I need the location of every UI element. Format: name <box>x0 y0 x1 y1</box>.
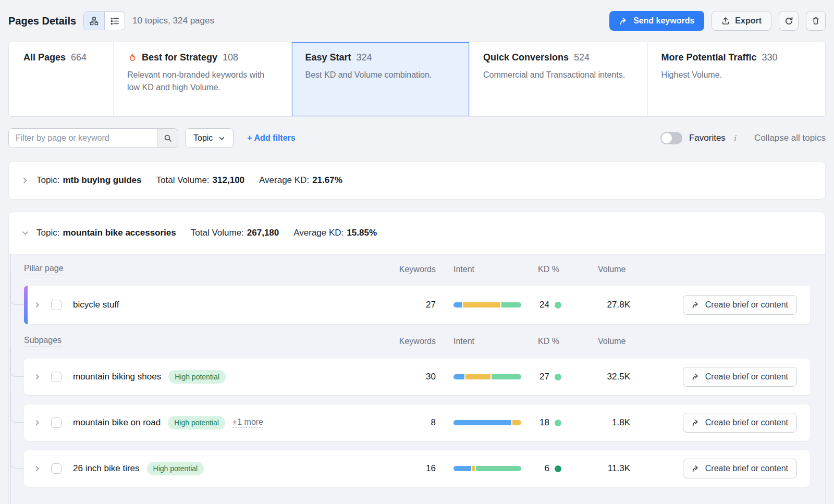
keywords-count: 16 <box>394 463 436 474</box>
row-checkbox[interactable] <box>51 417 62 428</box>
collapse-all-topics-button[interactable]: Collapse all topics <box>754 133 826 143</box>
topic-average-kd: 21.67% <box>312 175 342 186</box>
column-header-kd: KD % <box>521 265 571 274</box>
more-badges-link[interactable]: +1 more <box>232 417 263 428</box>
row-checkbox[interactable] <box>51 463 62 474</box>
trash-icon <box>812 17 820 25</box>
topic-total-volume: 312,100 <box>213 175 244 186</box>
tab-best-for-strategy[interactable]: Best for Strategy 108 Relevant non-brand… <box>113 42 291 116</box>
subpage-row: mountain biking shoes High potential 30 … <box>24 359 810 395</box>
intent-bar <box>453 302 521 308</box>
topic-row-mountain-bike-accessories[interactable]: Topic: mountain bike accessories Total V… <box>9 212 825 254</box>
row-expand-chevron-icon[interactable] <box>32 299 43 311</box>
row-expand-chevron-icon[interactable] <box>32 371 43 383</box>
create-brief-button[interactable]: Create brief or content <box>683 459 797 478</box>
favorites-toggle[interactable] <box>660 132 682 144</box>
subpages-header-row: Subpages Keywords Intent KD % Volume <box>24 334 810 349</box>
keywords-count: 8 <box>394 417 436 428</box>
refresh-button[interactable] <box>779 11 799 31</box>
send-arrow-icon <box>619 17 628 26</box>
pillar-page-label: Pillar page <box>24 264 64 275</box>
info-icon[interactable]: i <box>732 133 737 143</box>
send-arrow-icon <box>692 301 700 309</box>
topic-name: mtb buying guides <box>63 175 141 186</box>
search-button[interactable] <box>157 129 178 147</box>
search-icon <box>164 134 172 142</box>
volume-value: 27.8K <box>571 300 644 310</box>
tab-easy-start[interactable]: Easy Start 324 Best KD and Volume combin… <box>291 42 470 116</box>
volume-value: 1.8K <box>571 417 644 428</box>
tree-view-button[interactable] <box>84 12 104 30</box>
row-expand-chevron-icon[interactable] <box>32 417 43 428</box>
topic-average-kd: 15.85% <box>347 228 377 238</box>
page-title: Pages Details <box>8 15 76 27</box>
list-view-button[interactable] <box>104 12 125 30</box>
create-brief-button[interactable]: Create brief or content <box>683 413 797 433</box>
pillar-gradient-bar <box>24 286 28 324</box>
row-checkbox[interactable] <box>51 300 62 310</box>
pillar-page-row: bicycle stuff 27 24 27.8K Create brief o… <box>24 286 810 324</box>
create-brief-button[interactable]: Create brief or content <box>683 367 797 387</box>
delete-button[interactable] <box>806 11 826 31</box>
flame-icon <box>127 53 137 63</box>
topic-filter-dropdown[interactable]: Topic <box>185 128 234 148</box>
high-potential-badge: High potential <box>147 462 204 475</box>
sitemap-icon <box>90 17 99 26</box>
kd-value: 24 <box>538 300 549 310</box>
keywords-count: 27 <box>394 300 436 310</box>
topic-name: mountain bike accessories <box>63 228 176 238</box>
high-potential-badge: High potential <box>168 370 226 384</box>
column-header-keywords: Keywords <box>394 337 436 346</box>
chevron-down-icon <box>218 135 225 142</box>
chevron-down-icon[interactable] <box>21 229 30 237</box>
tab-all-pages[interactable]: All Pages 664 <box>9 42 113 116</box>
column-header-kd: KD % <box>521 337 571 346</box>
column-header-keywords: Keywords <box>394 265 436 274</box>
send-keywords-button[interactable]: Send keywords <box>609 11 704 31</box>
row-checkbox[interactable] <box>51 372 62 382</box>
column-header-volume: Volume <box>571 265 644 274</box>
view-toggle <box>83 11 125 30</box>
intent-bar <box>453 420 521 425</box>
intent-bar <box>453 374 521 379</box>
search-input[interactable] <box>9 129 157 147</box>
refresh-icon <box>784 17 793 26</box>
export-icon <box>721 17 730 25</box>
favorites-label: Favorites <box>689 133 726 143</box>
kd-value: 27 <box>538 372 549 382</box>
tab-quick-conversions[interactable]: Quick Conversions 524 Commercial and Tra… <box>469 42 647 116</box>
pages-table: Pillar page Keywords Intent KD % Volume … <box>9 254 825 504</box>
chevron-right-icon[interactable] <box>21 177 30 185</box>
add-filters-button[interactable]: + Add filters <box>247 133 295 143</box>
page-name[interactable]: mountain biking shoes <box>73 372 161 382</box>
kd-difficulty-dot <box>555 465 561 472</box>
kd-difficulty-dot <box>555 374 561 380</box>
row-expand-chevron-icon[interactable] <box>32 463 43 474</box>
keywords-count: 30 <box>394 372 436 382</box>
pillar-header-row: Pillar page Keywords Intent KD % Volume <box>24 262 810 277</box>
kd-difficulty-dot <box>555 420 561 426</box>
column-header-intent: Intent <box>436 265 521 274</box>
topics-pages-summary: 10 topics, 324 pages <box>132 16 214 26</box>
high-potential-badge: High potential <box>168 416 225 429</box>
filter-bar: Topic + Add filters Favorites i Collapse… <box>8 128 826 148</box>
column-header-intent: Intent <box>436 337 521 346</box>
kd-value: 6 <box>538 463 549 474</box>
topic-row-mtb-buying-guides[interactable]: Topic: mtb buying guides Total Volume: 3… <box>8 161 826 200</box>
subpages-label: Subpages <box>24 336 62 347</box>
page-name[interactable]: bicycle stuff <box>73 300 119 310</box>
volume-value: 11.3K <box>571 463 644 474</box>
list-icon <box>111 17 119 26</box>
send-arrow-icon <box>692 373 700 381</box>
export-button[interactable]: Export <box>712 11 771 31</box>
page-name[interactable]: 26 inch bike tires <box>73 463 140 474</box>
tab-more-potential-traffic[interactable]: More Potential Traffic 330 Highest Volum… <box>647 42 826 116</box>
volume-value: 32.5K <box>571 372 644 382</box>
search-box <box>8 128 178 148</box>
page-name[interactable]: mountain bike on road <box>73 417 161 428</box>
column-header-volume: Volume <box>571 337 644 346</box>
topic-card-mountain-bike-accessories: Topic: mountain bike accessories Total V… <box>8 212 826 504</box>
kd-difficulty-dot <box>555 302 561 309</box>
create-brief-button[interactable]: Create brief or content <box>683 295 797 315</box>
kd-value: 18 <box>538 417 549 428</box>
